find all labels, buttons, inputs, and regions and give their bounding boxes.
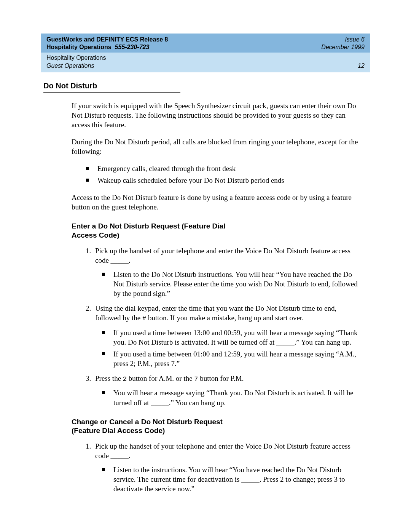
chapter-label: Hospitality Operations	[46, 54, 106, 62]
access-paragraph: Access to the Do Not Disturb feature is …	[72, 193, 358, 212]
doc-title: GuestWorks and DEFINITY ECS Release 8	[46, 36, 168, 43]
page: GuestWorks and DEFINITY ECS Release 8 Ho…	[0, 0, 411, 532]
heading-do-not-disturb: Do Not Disturb	[43, 81, 180, 93]
section-label: Guest Operations	[46, 62, 106, 70]
header-bar-primary: GuestWorks and DEFINITY ECS Release 8 Ho…	[41, 34, 370, 53]
issue-date: December 1999	[321, 43, 365, 51]
list-item: If you used a time between 01:00 and 12:…	[102, 349, 358, 368]
exceptions-list: Emergency calls, cleared through the fro…	[86, 164, 358, 185]
pound-key: #	[142, 315, 146, 322]
list-item: Wakeup calls scheduled before your Do No…	[86, 176, 358, 185]
change-cancel-steps: Pick up the handset of your telephone an…	[82, 441, 358, 494]
intro-paragraph: If your switch is equipped with the Spee…	[72, 101, 358, 129]
list-item: If you used a time between 13:00 and 00:…	[102, 328, 358, 347]
step-2: Using the dial keypad, enter the time th…	[93, 304, 358, 368]
list-item: Listen to the Do Not Disturb instruction…	[102, 270, 358, 298]
list-item: You will hear a message saying “Thank yo…	[102, 388, 358, 407]
enter-request-steps: Pick up the handset of your telephone an…	[82, 246, 358, 407]
issue-label: Issue 6	[321, 36, 365, 43]
step-3: Press the 2 button for A.M. or the 7 but…	[93, 374, 358, 407]
exceptions-intro: During the Do Not Disturb period, all ca…	[72, 137, 358, 156]
step-1: Pick up the handset of your telephone an…	[93, 441, 358, 494]
header-bar-secondary: Hospitality Operations Guest Operations …	[41, 53, 370, 72]
list-item: Listen to the instructions. You will hea…	[102, 465, 358, 494]
doc-subtitle: Hospitality Operations 555-230-723	[46, 43, 168, 51]
step-1: Pick up the handset of your telephone an…	[93, 246, 358, 298]
content: Do Not Disturb If your switch is equippe…	[41, 72, 370, 494]
heading-change-cancel: Change or Cancel a Do Not Disturb Reques…	[72, 417, 231, 436]
page-number: 12	[358, 62, 365, 70]
key-2: 2	[123, 375, 127, 383]
list-item: Emergency calls, cleared through the fro…	[86, 164, 358, 173]
key-7: 7	[194, 375, 198, 383]
heading-enter-request: Enter a Do Not Disturb Request (Feature …	[72, 222, 231, 240]
